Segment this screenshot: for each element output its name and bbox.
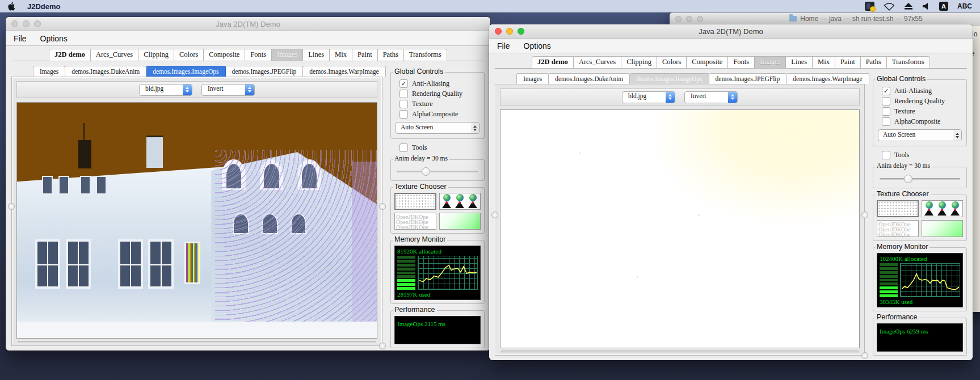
menu-options[interactable]: Options bbox=[524, 41, 551, 50]
checkbox-box[interactable] bbox=[399, 110, 408, 119]
active-app-menu[interactable]: J2Ddemo bbox=[27, 2, 61, 11]
subtab-warpimage[interactable]: demos.Images.WarpImage bbox=[786, 73, 869, 84]
tab-lines[interactable]: Lines bbox=[786, 56, 813, 69]
checkbox-box[interactable] bbox=[399, 100, 408, 108]
subtab-warpimage[interactable]: demos.Images.WarpImage bbox=[303, 66, 385, 77]
resize-knob-left[interactable] bbox=[8, 203, 15, 210]
anim-delay-slider[interactable] bbox=[880, 174, 960, 184]
tab-fonts[interactable]: Fonts bbox=[245, 49, 272, 61]
titlebar[interactable]: Java 2D(TM) Demo bbox=[489, 24, 973, 39]
wifi-icon[interactable] bbox=[884, 2, 895, 11]
slider-thumb[interactable] bbox=[422, 167, 430, 176]
checkbox-box[interactable] bbox=[882, 117, 890, 126]
anim-delay-slider[interactable] bbox=[397, 167, 478, 176]
resize-knob-corner[interactable] bbox=[379, 343, 386, 349]
tab-colors[interactable]: Colors bbox=[657, 56, 687, 69]
terminal-minimize-button[interactable] bbox=[686, 16, 692, 22]
image-file-select[interactable]: bld.jpg bbox=[622, 91, 675, 103]
terminal-close-button[interactable] bbox=[675, 16, 682, 22]
slider-track[interactable] bbox=[397, 171, 478, 172]
apple-menu-icon[interactable] bbox=[8, 2, 16, 11]
texture-swatch-duke-globe[interactable] bbox=[922, 200, 964, 217]
zoom-button[interactable] bbox=[34, 20, 41, 27]
tab-mix[interactable]: Mix bbox=[813, 56, 835, 69]
checkbox-box[interactable] bbox=[399, 79, 408, 88]
tab-fonts[interactable]: Fonts bbox=[728, 56, 755, 69]
texture-swatch-openjdk-text[interactable]: OpenJDKOpe OpenJDKOpe OpenJDKOpe bbox=[394, 213, 436, 230]
checkbox-box[interactable] bbox=[882, 151, 890, 159]
tab-clipping[interactable]: Clipping bbox=[621, 56, 657, 69]
close-button[interactable] bbox=[11, 20, 18, 27]
tab-images-selected[interactable]: Images bbox=[272, 49, 303, 61]
operation-select[interactable]: Invert bbox=[201, 84, 255, 96]
checkbox-box[interactable] bbox=[882, 97, 890, 105]
checkbox-texture[interactable]: Texture bbox=[882, 107, 963, 116]
checkbox-box[interactable] bbox=[399, 90, 408, 98]
menu-options[interactable]: Options bbox=[40, 34, 68, 43]
subtab-images[interactable]: Images bbox=[33, 66, 65, 77]
slider-thumb[interactable] bbox=[904, 175, 912, 183]
tab-arcs-curves[interactable]: Arcs_Curves bbox=[91, 49, 138, 61]
slider-track[interactable] bbox=[880, 178, 960, 180]
zoom-button[interactable] bbox=[518, 28, 524, 35]
tab-paint[interactable]: Paint bbox=[835, 56, 861, 69]
subtab-images[interactable]: Images bbox=[516, 73, 549, 84]
screen-select[interactable]: Auto Screen bbox=[396, 122, 480, 134]
image-file-select[interactable]: bld.jpg bbox=[139, 84, 192, 96]
volume-icon[interactable] bbox=[922, 2, 930, 10]
terminal-titlebar[interactable]: Home — java — sh run-test.sh — 97x55 bbox=[670, 12, 980, 26]
texture-swatch-green-gradient[interactable] bbox=[439, 213, 481, 230]
subtab-dukeanim[interactable]: demos.Images.DukeAnim bbox=[65, 66, 146, 77]
subtab-dukeanim[interactable]: demos.Images.DukeAnim bbox=[549, 73, 630, 84]
checkbox-box[interactable] bbox=[882, 87, 890, 95]
tab-composite[interactable]: Composite bbox=[687, 56, 728, 69]
minimize-button[interactable] bbox=[23, 20, 30, 27]
tab-composite[interactable]: Composite bbox=[204, 49, 245, 61]
tab-paint[interactable]: Paint bbox=[352, 49, 378, 61]
tab-lines[interactable]: Lines bbox=[303, 49, 330, 61]
subtab-imageops-selected[interactable]: demos.Images.ImageOps bbox=[630, 73, 709, 84]
texture-swatch-stars-selected[interactable] bbox=[877, 200, 919, 217]
texture-swatch-duke-globe[interactable] bbox=[439, 193, 481, 210]
menu-file[interactable]: File bbox=[14, 34, 27, 43]
tab-j2d-demo[interactable]: J2D demo bbox=[532, 56, 574, 69]
checkbox-alphacomposite[interactable]: AlphaComposite bbox=[399, 110, 481, 119]
close-button[interactable] bbox=[495, 28, 502, 35]
tab-clipping[interactable]: Clipping bbox=[138, 49, 174, 61]
subtab-jpegflip[interactable]: demos.Images.JPEGFlip bbox=[226, 66, 304, 77]
checkbox-box[interactable] bbox=[399, 143, 408, 152]
menu-file[interactable]: File bbox=[497, 41, 510, 50]
checkbox-anti-aliasing[interactable]: Anti-Aliasing bbox=[882, 87, 963, 95]
texture-swatch-green-gradient[interactable] bbox=[922, 220, 964, 237]
tab-paths[interactable]: Paths bbox=[861, 56, 887, 69]
checkbox-rendering-quality[interactable]: Rendering Quality bbox=[882, 97, 963, 105]
horizontal-scroll-groove[interactable] bbox=[501, 351, 859, 353]
texture-swatch-openjdk-text[interactable]: OpenJDKOpe OpenJDKOpe OpenJDKOpe bbox=[877, 220, 919, 237]
eject-icon[interactable] bbox=[904, 2, 913, 10]
minimize-button[interactable] bbox=[506, 28, 513, 35]
checkbox-alphacomposite[interactable]: AlphaComposite bbox=[882, 117, 963, 126]
checkbox-anti-aliasing[interactable]: Anti-Aliasing bbox=[399, 79, 481, 88]
tab-transforms[interactable]: Transforms bbox=[404, 49, 447, 61]
resize-knob-corner[interactable] bbox=[861, 352, 868, 359]
operation-select[interactable]: Invert bbox=[684, 91, 738, 103]
input-source-abc[interactable]: ABC bbox=[957, 2, 972, 10]
screen-select[interactable]: Auto Screen bbox=[878, 129, 962, 141]
tab-mix[interactable]: Mix bbox=[330, 49, 352, 61]
checkbox-rendering-quality[interactable]: Rendering Quality bbox=[399, 90, 481, 98]
tab-arcs-curves[interactable]: Arcs_Curves bbox=[574, 56, 621, 69]
resize-knob-right[interactable] bbox=[861, 212, 868, 218]
tab-paths[interactable]: Paths bbox=[378, 49, 404, 61]
subtab-imageops-selected[interactable]: demos.Images.ImageOps bbox=[146, 66, 225, 77]
horizontal-scroll-groove[interactable] bbox=[18, 341, 376, 343]
resize-knob-left[interactable] bbox=[491, 212, 498, 218]
resize-knob-right[interactable] bbox=[379, 203, 386, 210]
checkbox-box[interactable] bbox=[882, 107, 890, 116]
tab-j2d-demo[interactable]: J2D demo bbox=[49, 49, 91, 61]
subtab-jpegflip[interactable]: demos.Images.JPEGFlip bbox=[709, 73, 787, 84]
checkbox-tools[interactable]: Tools bbox=[882, 151, 967, 159]
checkbox-tools[interactable]: Tools bbox=[399, 143, 485, 152]
input-source-icon[interactable]: A bbox=[939, 2, 948, 11]
tab-colors[interactable]: Colors bbox=[174, 49, 204, 61]
terminal-zoom-button[interactable] bbox=[697, 16, 703, 22]
